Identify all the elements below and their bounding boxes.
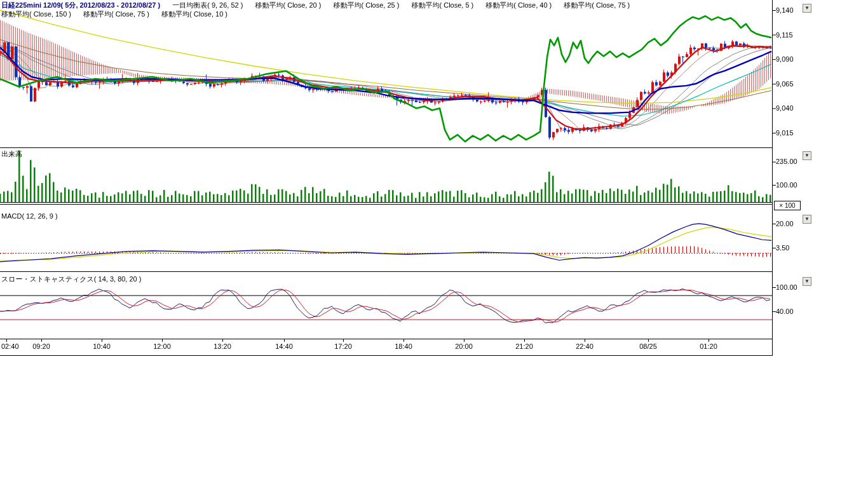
volume-unit-box: × 100: [774, 201, 801, 210]
price-axis-label: 9,140: [776, 6, 794, 14]
volume-panel-scroll-button[interactable]: ▼: [803, 151, 811, 160]
stoch-panel-title: スロー・ストキャスティクス( 14, 3, 80, 20 ): [1, 274, 141, 284]
stoch-axis-label: 100.00: [776, 283, 797, 291]
legend-ma150: 移動平均( Close, 150 ): [1, 10, 71, 18]
macd-axis-label: 3.50: [776, 244, 789, 252]
legend-ma75: 移動平均( Close, 75 ): [564, 1, 630, 9]
volume-panel-title: 出来高: [1, 149, 22, 159]
time-axis-label: 14:40: [275, 342, 293, 350]
time-axis-label: 01:20: [700, 342, 717, 350]
time-axis-label: 10:40: [93, 342, 111, 350]
legend-ma10: 移動平均( Close, 10 ): [161, 10, 227, 18]
legend-ma75b: 移動平均( Close, 75 ): [83, 10, 149, 18]
chevron-down-icon: ▼: [804, 278, 810, 284]
legend-ma20: 移動平均( Close, 20 ): [255, 1, 322, 9]
time-axis-label: 20:00: [455, 342, 473, 350]
price-axis-label: 9,065: [776, 80, 794, 88]
chevron-down-icon: ▼: [804, 216, 810, 222]
time-axis-label: 08/25: [639, 342, 657, 350]
macd-panel-scroll-button[interactable]: ▼: [803, 215, 811, 224]
symbol-title: 日経225mini 12/09( 5分, 2012/08/23 - 2012/0…: [1, 1, 160, 9]
volume-axis-label: 100.00: [776, 181, 797, 189]
time-axis-label: 18:40: [395, 342, 412, 350]
chart-app-window: 日経225mini 12/09( 5分, 2012/08/23 - 2012/0…: [0, 0, 868, 488]
legend-ma25: 移動平均( Close, 25 ): [333, 1, 399, 9]
indicator-legend-row2: 移動平均( Close, 150 ) 移動平均( Close, 75 ) 移動平…: [1, 10, 238, 19]
time-axis-label: 17:20: [334, 342, 352, 350]
price-axis-label: 9,090: [776, 55, 794, 63]
stoch-axis-label: 40.00: [776, 308, 794, 315]
volume-axis-label: 235.00: [776, 158, 797, 165]
price-axis-label: 9,040: [776, 104, 794, 112]
time-axis-label: 12:00: [153, 342, 171, 350]
time-axis-label: 09:20: [32, 342, 50, 350]
price-axis-label: 9,115: [776, 31, 793, 39]
chevron-down-icon: ▼: [804, 152, 810, 158]
time-axis-label: 22:40: [576, 342, 593, 350]
legend-ma5: 移動平均( Close, 5 ): [411, 1, 473, 9]
time-axis-label: 02:40: [1, 342, 19, 350]
legend-ichimoku: 一目均衡表( 9, 26, 52 ): [172, 1, 243, 9]
time-axis-label: 21:20: [515, 342, 533, 350]
macd-axis-label: 20.00: [776, 220, 794, 227]
legend-ma40: 移動平均( Close, 40 ): [485, 1, 552, 9]
time-axis-label: 13:20: [214, 342, 231, 350]
indicator-legend-row1: 日経225mini 12/09( 5分, 2012/08/23 - 2012/0…: [1, 1, 640, 10]
price-panel-scroll-button[interactable]: ▼: [803, 4, 811, 13]
price-chart-canvas[interactable]: [0, 0, 820, 365]
stoch-panel-scroll-button[interactable]: ▼: [803, 277, 811, 286]
macd-panel-title: MACD( 12, 26, 9 ): [1, 212, 58, 220]
chevron-down-icon: ▼: [804, 5, 810, 11]
price-axis-label: 9,015: [776, 129, 794, 137]
